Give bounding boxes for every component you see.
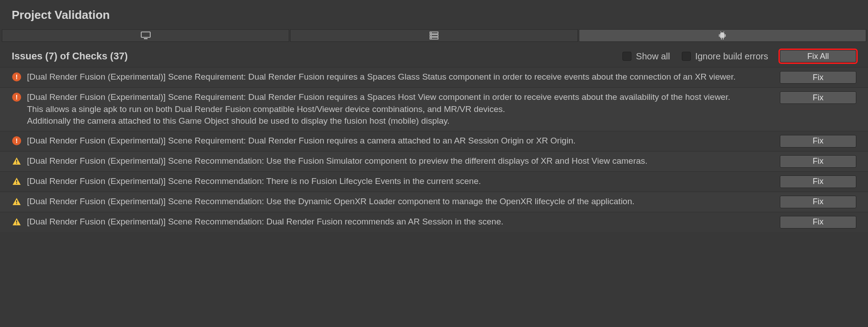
- warning-icon: [12, 176, 22, 186]
- issues-toolbar: Issues (7) of Checks (37) Show all Ignor…: [0, 42, 868, 67]
- issue-text: [Dual Render Fusion (Experimental)] Scen…: [27, 135, 774, 147]
- platform-tabs: [0, 29, 868, 42]
- svg-point-6: [431, 35, 432, 36]
- checkbox-box: [622, 52, 631, 61]
- page-title: Project Validation: [0, 0, 868, 29]
- issue-row: [Dual Render Fusion (Experimental)] Scen…: [0, 212, 868, 232]
- svg-rect-12: [723, 38, 724, 40]
- svg-point-7: [431, 38, 432, 39]
- server-icon: [430, 31, 438, 40]
- svg-rect-19: [16, 200, 17, 202]
- ignore-build-errors-checkbox[interactable]: Ignore build errors: [682, 51, 768, 62]
- issue-row: [Dual Render Fusion (Experimental)] Scen…: [0, 131, 868, 151]
- svg-rect-8: [720, 34, 725, 38]
- warning-icon: [12, 156, 22, 166]
- svg-point-5: [431, 32, 432, 33]
- svg-rect-10: [725, 34, 726, 37]
- issue-text: [Dual Render Fusion (Experimental)] Scen…: [27, 216, 774, 228]
- issue-row: [Dual Render Fusion (Experimental)] Scen…: [0, 192, 868, 212]
- svg-rect-17: [16, 180, 17, 182]
- issue-text: [Dual Render Fusion (Experimental)] Scen…: [27, 155, 774, 167]
- issue-fix-cell: Fix: [780, 175, 856, 188]
- project-validation-window: Project Validation: [0, 0, 868, 327]
- svg-rect-9: [719, 34, 720, 37]
- fix-button[interactable]: Fix: [780, 135, 856, 148]
- warning-icon: [12, 217, 22, 227]
- fix-button[interactable]: Fix: [780, 175, 856, 188]
- svg-rect-1: [144, 38, 148, 39]
- svg-line-14: [724, 31, 725, 33]
- monitor-icon: [141, 31, 151, 40]
- tab-android[interactable]: [579, 29, 866, 42]
- issues-list: [Dual Render Fusion (Experimental)] Scen…: [0, 67, 868, 327]
- fix-all-button[interactable]: Fix All: [780, 50, 856, 63]
- issue-fix-cell: Fix: [780, 155, 856, 168]
- issue-fix-cell: Fix: [780, 135, 856, 148]
- issue-fix-cell: Fix: [780, 216, 856, 228]
- svg-rect-0: [141, 32, 150, 37]
- issue-row: [Dual Render Fusion (Experimental)] Scen…: [0, 171, 868, 192]
- fix-button[interactable]: Fix: [780, 216, 856, 228]
- fix-button[interactable]: Fix: [780, 196, 856, 208]
- issue-row: [Dual Render Fusion (Experimental)] Scen…: [0, 151, 868, 171]
- svg-rect-18: [16, 183, 17, 184]
- checkbox-box: [682, 52, 691, 61]
- issue-row: [Dual Render Fusion (Experimental)] Scen…: [0, 87, 868, 131]
- issue-text: [Dual Render Fusion (Experimental)] Scen…: [27, 91, 774, 127]
- svg-rect-15: [16, 160, 17, 162]
- error-icon: [12, 72, 22, 82]
- error-icon: [12, 136, 22, 146]
- issue-fix-cell: Fix: [780, 91, 856, 104]
- show-all-label: Show all: [636, 51, 670, 62]
- issue-text: [Dual Render Fusion (Experimental)] Scen…: [27, 71, 774, 83]
- fix-button[interactable]: Fix: [780, 71, 856, 84]
- issue-fix-cell: Fix: [780, 196, 856, 208]
- svg-line-13: [720, 31, 721, 33]
- tab-server[interactable]: [290, 29, 577, 42]
- error-icon: [12, 92, 22, 102]
- tab-desktop[interactable]: [2, 29, 289, 42]
- issue-text: [Dual Render Fusion (Experimental)] Scen…: [27, 175, 774, 188]
- svg-rect-20: [16, 203, 17, 204]
- issue-fix-cell: Fix: [780, 71, 856, 84]
- fix-button[interactable]: Fix: [780, 91, 856, 104]
- svg-rect-16: [16, 162, 17, 163]
- issue-text: [Dual Render Fusion (Experimental)] Scen…: [27, 196, 774, 208]
- fix-button[interactable]: Fix: [780, 155, 856, 168]
- issues-heading: Issues (7) of Checks (37): [12, 50, 611, 62]
- show-all-checkbox[interactable]: Show all: [622, 51, 670, 62]
- warning-icon: [12, 197, 22, 206]
- svg-rect-22: [16, 223, 17, 224]
- svg-rect-11: [721, 38, 722, 40]
- android-icon: [718, 31, 726, 40]
- ignore-build-errors-label: Ignore build errors: [695, 51, 768, 62]
- issue-row: [Dual Render Fusion (Experimental)] Scen…: [0, 67, 868, 87]
- svg-rect-21: [16, 220, 17, 223]
